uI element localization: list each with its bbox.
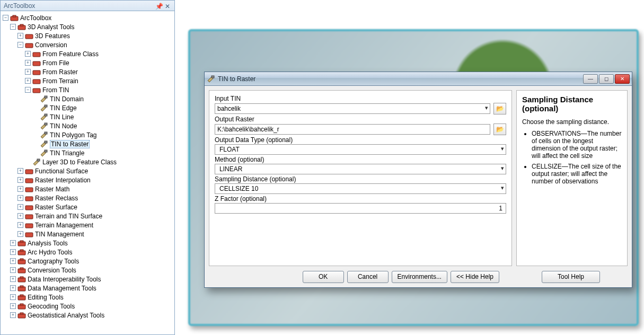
tree-label: Terrain Management [35, 222, 93, 229]
expander-icon[interactable]: + [10, 303, 16, 309]
expander-icon[interactable]: − [3, 15, 8, 21]
tree-raster-surface[interactable]: +Raster Surface [3, 202, 173, 211]
tree-label: Geostatistical Analyst Tools [28, 312, 104, 319]
tree-tin-mgmt[interactable]: +TIN Management [3, 230, 173, 239]
browse-output-raster-button[interactable]: 📂 [493, 124, 506, 135]
tree-conversion[interactable]: − Conversion [3, 40, 173, 49]
tree-label: 3D Analyst Tools [28, 23, 75, 31]
tool-help-button[interactable]: Tool Help [542, 271, 600, 283]
tree-tin-polygon-tag[interactable]: TIN Polygon Tag [3, 130, 173, 139]
tree-tin-line[interactable]: TIN Line [3, 112, 173, 121]
expander-icon[interactable]: + [10, 267, 16, 273]
tin-to-raster-dialog: TIN to Raster — ◻ ✕ Input TIN 📂 Output R… [204, 72, 632, 288]
tree-label: TIN Polygon Tag [50, 131, 97, 139]
svg-rect-6 [33, 52, 40, 57]
expander-icon[interactable]: + [17, 222, 23, 228]
tree-tin-domain[interactable]: TIN Domain [3, 94, 173, 103]
tree-raster-reclass[interactable]: +Raster Reclass [3, 193, 173, 202]
expander-icon[interactable]: + [10, 249, 16, 255]
tree-label: TIN Edge [50, 104, 77, 112]
tree-datamgmt-tools[interactable]: +Data Management Tools [3, 284, 173, 293]
expander-icon[interactable]: + [10, 258, 16, 264]
expander-icon[interactable]: + [10, 312, 16, 318]
zfactor-field[interactable] [215, 203, 506, 214]
browse-input-tin-button[interactable]: 📂 [493, 103, 506, 114]
tree-terrain-mgmt[interactable]: +Terrain Management [3, 221, 173, 230]
sampling-distance-select[interactable] [215, 183, 506, 194]
dialog-title-text: TIN to Raster [218, 75, 582, 83]
tree-label: Raster Math [35, 186, 69, 193]
svg-rect-1 [13, 15, 16, 17]
tree-terrain-tin-surface[interactable]: +Terrain and TIN Surface [3, 211, 173, 221]
arctoolbox-tree[interactable]: − ArcToolbox − 3D Analyst Tools + 3D Fea… [1, 11, 174, 334]
expander-icon[interactable]: + [25, 69, 31, 75]
expander-icon[interactable]: − [25, 87, 31, 93]
tree-raster-interpolation[interactable]: +Raster Interpolation [3, 175, 173, 184]
pin-icon[interactable]: 📌 [155, 3, 162, 9]
zfactor-label: Z Factor (optional) [215, 195, 506, 202]
output-raster-field[interactable] [215, 124, 490, 135]
expander-icon[interactable]: + [17, 213, 23, 219]
expander-icon[interactable]: + [17, 186, 23, 192]
expander-icon[interactable]: + [17, 33, 23, 39]
tree-editing-tools[interactable]: +Editing Tools [3, 293, 173, 302]
expander-icon[interactable]: − [10, 24, 16, 30]
tree-label: Raster Interpolation [35, 177, 91, 184]
expander-icon[interactable]: + [25, 60, 31, 66]
tree-raster-math[interactable]: +Raster Math [3, 184, 173, 193]
tree-geocoding-tools[interactable]: +Geocoding Tools [3, 302, 173, 311]
tree-label: TIN to Raster [50, 140, 90, 148]
expander-icon[interactable]: + [17, 195, 23, 201]
tree-from-file[interactable]: +From File [3, 58, 173, 67]
hide-help-button[interactable]: << Hide Help [451, 271, 499, 283]
environments-button[interactable]: Environments... [392, 271, 447, 283]
svg-rect-10 [33, 89, 40, 93]
tree-tin-to-raster[interactable]: TIN to Raster [3, 139, 173, 148]
tree-from-featureclass[interactable]: +From Feature Class [3, 49, 173, 58]
tree-archydro-tools[interactable]: +Arc Hydro Tools [3, 248, 173, 257]
tree-tin-edge[interactable]: TIN Edge [3, 103, 173, 112]
tree-tin-node[interactable]: TIN Node [3, 121, 173, 130]
tree-root[interactable]: − ArcToolbox [3, 13, 173, 22]
tree-conversion-tools[interactable]: +Conversion Tools [3, 266, 173, 275]
expander-icon[interactable]: + [17, 168, 23, 174]
toolset-icon [25, 32, 33, 40]
expander-icon[interactable]: + [17, 204, 23, 210]
svg-rect-15 [45, 132, 47, 134]
expander-icon[interactable]: + [17, 177, 23, 183]
tree-functional-surface[interactable]: +Functional Surface [3, 166, 173, 175]
expander-icon[interactable]: + [25, 51, 31, 57]
toolset-icon [25, 195, 33, 202]
svg-rect-14 [45, 123, 47, 125]
maximize-button[interactable]: ◻ [599, 74, 614, 84]
tree-geostat-tools[interactable]: +Geostatistical Analyst Tools [3, 311, 173, 320]
tree-from-terrain[interactable]: +From Terrain [3, 76, 173, 85]
output-datatype-select[interactable] [215, 144, 506, 155]
tree-label: Conversion Tools [28, 267, 76, 274]
expander-icon[interactable]: − [17, 42, 23, 48]
close-panel-icon[interactable]: ✕ [165, 3, 171, 9]
input-tin-field[interactable] [215, 103, 490, 114]
tree-3d-analyst[interactable]: − 3D Analyst Tools [3, 22, 173, 31]
expander-icon[interactable]: + [25, 78, 31, 84]
tree-from-tin[interactable]: −From TIN [3, 85, 173, 94]
tree-from-raster[interactable]: +From Raster [3, 67, 173, 76]
method-select[interactable] [215, 164, 506, 174]
ok-button[interactable]: OK [303, 271, 344, 283]
expander-icon[interactable]: + [10, 285, 16, 291]
dialog-titlebar[interactable]: TIN to Raster — ◻ ✕ [205, 72, 632, 86]
tree-cartography-tools[interactable]: +Cartography Tools [3, 257, 173, 266]
expander-icon[interactable]: + [17, 231, 23, 237]
tree-tin-triangle[interactable]: TIN Triangle [3, 148, 173, 157]
svg-rect-16 [45, 141, 47, 143]
tree-layer3d-to-fc[interactable]: Layer 3D to Feature Class [3, 157, 173, 166]
minimize-button[interactable]: — [583, 74, 598, 84]
expander-icon[interactable]: + [10, 294, 16, 300]
close-button[interactable]: ✕ [615, 74, 630, 84]
tree-3d-features[interactable]: + 3D Features [3, 31, 173, 40]
tree-datainterop-tools[interactable]: +Data Interoperability Tools [3, 275, 173, 284]
cancel-button[interactable]: Cancel [347, 271, 389, 283]
expander-icon[interactable]: + [10, 276, 16, 282]
tree-analysis-tools[interactable]: +Analysis Tools [3, 239, 173, 248]
expander-icon[interactable]: + [10, 240, 16, 246]
